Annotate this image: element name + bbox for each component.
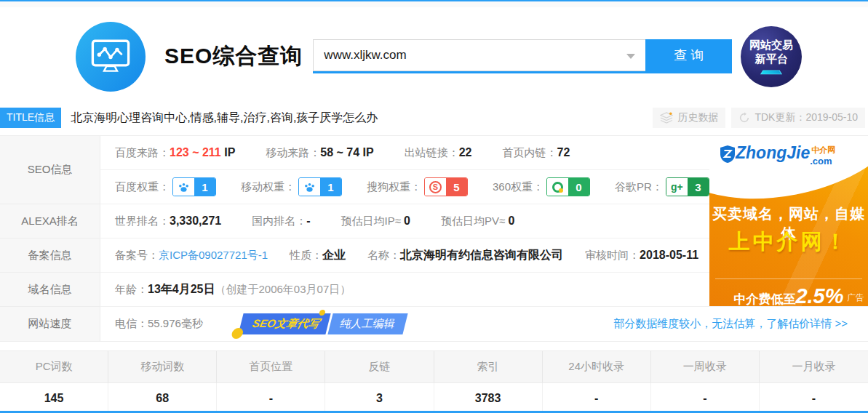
header: SEO综合查询 查 询 网站交易 新平台 xyxy=(0,7,868,105)
company-name: 名称：北京海明有约信息咨询有限公司 xyxy=(367,248,563,263)
telecom-speed: 电信：55.976毫秒 xyxy=(115,317,203,331)
history-data-button[interactable]: 历史数据 xyxy=(653,108,725,128)
mobile-traffic: 移动来路：58 ~ 74 IP xyxy=(266,146,373,160)
domain-search-input[interactable] xyxy=(313,39,645,71)
audit-date: 审核时间：2018-05-11 xyxy=(585,249,698,262)
tdk-update-button[interactable]: TDK更新：2019-05-10 xyxy=(731,108,865,128)
cell-index: 3783 xyxy=(434,383,543,413)
col-header-index: 索引 xyxy=(434,351,543,383)
col-header-mobile-words: 移动词数 xyxy=(108,351,217,383)
cell-backlinks: 3 xyxy=(325,383,434,413)
google-pr-badge[interactable]: g+ 3 xyxy=(666,177,709,196)
baidu-weight-badge[interactable]: 1 xyxy=(172,177,216,196)
cn-rank: 国内排名：- xyxy=(252,214,310,228)
sidebar-item-alexa: ALEXA排名 xyxy=(0,204,100,238)
domain-age-row: 年龄：13年4月25日（创建于2006年03月07日） xyxy=(100,273,709,307)
shield-icon xyxy=(720,145,736,164)
top-accent-strip xyxy=(0,0,868,7)
keyword-stats-table: PC词数 移动词数 首页位置 反链 索引 24小时收录 一周收录 一月收录 14… xyxy=(0,350,868,413)
traffic-row: 百度来路：123 ~ 211 IP 移动来路：58 ~ 74 IP 出站链接：2… xyxy=(100,136,709,170)
google-plus-icon: g+ xyxy=(671,181,683,193)
alexa-row: 世界排名：3,330,271 国内排名：- 预估日均IP≈ 0 预估日均PV≈ … xyxy=(100,204,709,238)
so360-weight-badge[interactable]: 0 xyxy=(546,177,590,196)
weights-row: 百度权重： 1 移动权重： 1 搜狗权重： S 5 xyxy=(100,170,709,204)
seo-tool-logo xyxy=(76,22,146,92)
360-icon xyxy=(552,182,563,193)
col-header-pc-words: PC词数 xyxy=(0,351,108,383)
cell-24h-included: - xyxy=(543,383,651,413)
col-header-week-included: 一周收录 xyxy=(651,351,760,383)
est-daily-pv: 预估日均PV≈ 0 xyxy=(441,214,514,228)
query-button[interactable]: 查 询 xyxy=(645,39,732,71)
sogou-icon: S xyxy=(429,181,442,193)
search-bar: 查 询 xyxy=(313,39,732,73)
promo-badge-right: 纯人工编辑 xyxy=(327,313,407,334)
baidu-paw-icon xyxy=(173,178,194,196)
site-trade-promo-badge[interactable]: 网站交易 新平台 xyxy=(741,26,802,87)
sogou-weight: 搜狗权重： S 5 xyxy=(367,177,468,196)
zhongjie-ad[interactable]: ZhongJie 中介网 .com 买卖域名，网站，自媒体 上中介网！ 中介费低… xyxy=(709,136,868,307)
google-pr: 谷歌PR： g+ 3 xyxy=(615,177,709,196)
col-header-backlinks: 反链 xyxy=(325,351,434,383)
ad-line3: 中介费低至2.5% xyxy=(709,284,868,307)
col-header-home-position: 首页位置 xyxy=(217,351,325,383)
mobile-weight-badge[interactable]: 1 xyxy=(298,177,342,196)
cell-mobile-words: 68 xyxy=(108,383,217,413)
sidebar-item-beian: 备案信息 xyxy=(0,238,100,273)
history-data-label: 历史数据 xyxy=(677,111,718,124)
outbound-links: 出站链接：22 xyxy=(405,146,472,160)
sogou-weight-badge[interactable]: S 5 xyxy=(424,177,468,196)
cell-month-included: - xyxy=(760,383,868,413)
speed-row: 电信：55.976毫秒 SEO文章代写 纯人工编辑 部分数据维度较小，无法估算，… xyxy=(100,307,868,341)
ad-divider xyxy=(715,278,862,279)
site-nature: 性质：企业 xyxy=(290,248,346,263)
seo-article-promo-badge[interactable]: SEO文章代写 纯人工编辑 xyxy=(238,313,407,334)
monitor-chart-icon xyxy=(91,39,130,73)
domain-age: 年龄：13年4月25日（创建于2006年03月07日） xyxy=(115,282,351,297)
baidu-paw-icon xyxy=(299,178,320,196)
mobile-weight: 移动权重： 1 xyxy=(241,177,342,196)
estimate-detail-link[interactable]: 部分数据维度较小，无法估算，了解估价详情 >> xyxy=(613,317,848,331)
baidu-traffic: 百度来路：123 ~ 211 IP xyxy=(115,146,235,160)
baidu-weight: 百度权重： 1 xyxy=(115,177,216,196)
platform-diamond-icon xyxy=(760,70,782,74)
cell-home-position: - xyxy=(217,383,325,413)
promo-line1: 网站交易 xyxy=(749,38,793,52)
tdk-update-label: TDK更新：2019-05-10 xyxy=(754,111,858,124)
refresh-icon xyxy=(738,112,750,124)
ad-line2: 上中介网！ xyxy=(709,228,868,257)
layers-icon xyxy=(660,112,673,124)
cell-week-included: - xyxy=(651,383,760,413)
ad-tag-label: 广告 xyxy=(847,292,864,304)
seo-info-panel: SEO信息 ALEXA排名 备案信息 域名信息 网站速度 百度来路：123 ~ … xyxy=(0,135,868,342)
est-daily-ip: 预估日均IP≈ 0 xyxy=(341,214,410,228)
beian-row: 备案号：京ICP备09027721号-1 性质：企业 名称：北京海明有约信息咨询… xyxy=(100,238,709,273)
world-rank: 世界排名：3,330,271 xyxy=(115,214,221,228)
icp-number-link[interactable]: 京ICP备09027721号-1 xyxy=(159,249,268,261)
col-header-24h-included: 24小时收录 xyxy=(543,351,651,383)
sidebar-item-domain: 域名信息 xyxy=(0,273,100,307)
site-title-text: 北京海明心理咨询中心,情感,辅导,治疗,咨询,孩子厌学怎么办 xyxy=(71,111,378,126)
cell-pc-words: 145 xyxy=(0,383,108,413)
sidebar-item-seo-info: SEO信息 xyxy=(0,136,100,204)
page-title: SEO综合查询 xyxy=(164,41,303,71)
col-header-month-included: 一月收录 xyxy=(760,351,868,383)
sidebar-item-speed: 网站速度 xyxy=(0,307,100,341)
promo-line2: 新平台 xyxy=(755,52,788,65)
title-info-badge: TITLE信息 xyxy=(0,108,61,128)
icp-number: 备案号：京ICP备09027721号-1 xyxy=(115,249,268,262)
title-bar: TITLE信息 北京海明心理咨询中心,情感,辅导,治疗,咨询,孩子厌学怎么办 历… xyxy=(0,105,868,130)
homepage-internal-links: 首页内链：72 xyxy=(503,146,570,160)
so360-weight: 360权重： 0 xyxy=(493,177,590,196)
chevron-down-icon[interactable] xyxy=(626,54,635,59)
promo-badge-left: SEO文章代写 xyxy=(238,313,330,334)
zhongjie-logo: ZhongJie 中介网 .com xyxy=(720,145,835,167)
